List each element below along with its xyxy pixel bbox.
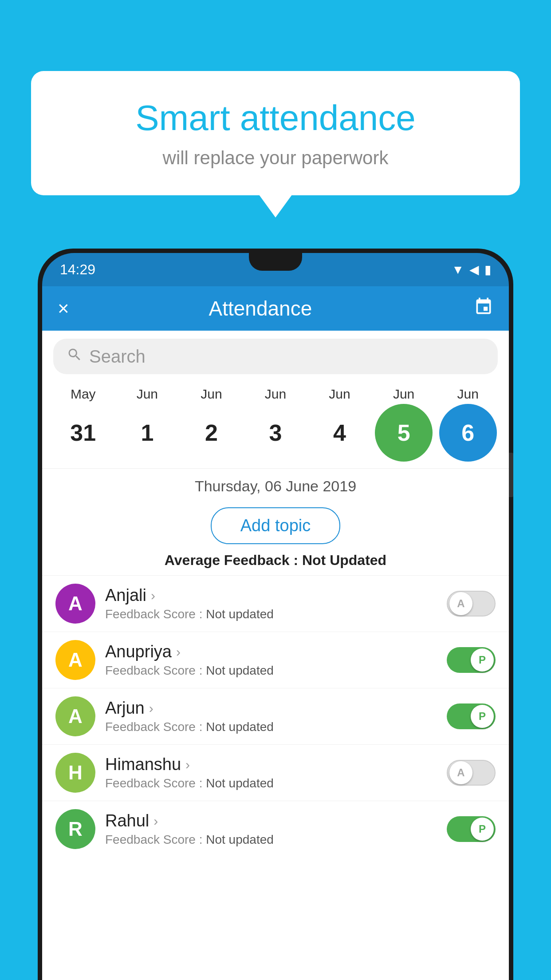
search-bar[interactable]: Search (53, 339, 498, 374)
date-item[interactable]: 31 (54, 404, 112, 462)
student-avatar: R (55, 809, 95, 849)
student-item: RRahul ›Feedback Score : Not updatedP (42, 801, 509, 857)
student-info: Rahul ›Feedback Score : Not updated (105, 811, 437, 847)
student-name[interactable]: Anjali › (105, 586, 437, 605)
avg-feedback-label: Average Feedback : (165, 552, 302, 568)
attendance-toggle[interactable]: P (447, 816, 496, 842)
student-feedback: Feedback Score : Not updated (105, 607, 437, 621)
attendance-toggle[interactable]: A (447, 760, 496, 786)
month-label: Jun (182, 387, 240, 402)
month-label: May (54, 387, 112, 402)
power-button (509, 453, 513, 497)
student-avatar: A (55, 640, 95, 680)
header-title: Attendance (69, 296, 452, 320)
student-item: AAnjali ›Feedback Score : Not updatedA (42, 575, 509, 632)
chevron-right-icon: › (176, 644, 181, 660)
student-name[interactable]: Anupriya › (105, 642, 437, 661)
search-icon (67, 347, 83, 367)
chevron-right-icon: › (151, 588, 155, 603)
student-info: Himanshu ›Feedback Score : Not updated (105, 755, 437, 790)
avg-feedback-value: Not Updated (302, 552, 386, 568)
phone-frame: 14:29 ▼ ◀ ▮ × Attendance (38, 249, 513, 980)
bubble-subtitle: will replace your paperwork (67, 147, 484, 169)
date-item[interactable]: 4 (311, 404, 369, 462)
chevron-right-icon: › (149, 701, 153, 716)
phone-screen: Search MayJunJunJunJunJunJun 31123456 Th… (42, 331, 509, 980)
student-feedback: Feedback Score : Not updated (105, 776, 437, 790)
student-feedback: Feedback Score : Not updated (105, 833, 437, 847)
add-topic-button[interactable]: Add topic (211, 507, 340, 544)
selected-date: Thursday, 06 June 2019 (42, 468, 509, 499)
student-avatar: A (55, 584, 95, 624)
close-button[interactable]: × (58, 297, 69, 320)
student-info: Anupriya ›Feedback Score : Not updated (105, 642, 437, 678)
student-name[interactable]: Rahul › (105, 811, 437, 830)
speech-bubble: Smart attendance will replace your paper… (31, 71, 520, 195)
app-header: × Attendance (42, 286, 509, 331)
month-label: Jun (439, 387, 497, 402)
bubble-title: Smart attendance (67, 98, 484, 138)
status-icons: ▼ ◀ ▮ (452, 262, 491, 277)
status-time: 14:29 (60, 261, 95, 278)
month-label: Jun (375, 387, 433, 402)
student-item: HHimanshu ›Feedback Score : Not updatedA (42, 744, 509, 801)
search-container: Search (42, 331, 509, 382)
wifi-icon: ▼ (452, 263, 464, 277)
chevron-right-icon: › (185, 757, 190, 772)
date-item[interactable]: 3 (247, 404, 304, 462)
phone-inner: 14:29 ▼ ◀ ▮ × Attendance (42, 253, 509, 980)
attendance-toggle[interactable]: A (447, 591, 496, 616)
chevron-right-icon: › (153, 814, 158, 829)
student-name[interactable]: Arjun › (105, 699, 437, 718)
calendar-strip: MayJunJunJunJunJunJun 31123456 (42, 382, 509, 468)
date-item[interactable]: 1 (118, 404, 176, 462)
student-info: Anjali ›Feedback Score : Not updated (105, 586, 437, 621)
student-avatar: A (55, 696, 95, 736)
month-label: Jun (118, 387, 176, 402)
speech-bubble-container: Smart attendance will replace your paper… (31, 71, 520, 195)
signal-icon: ◀ (469, 262, 479, 277)
student-info: Arjun ›Feedback Score : Not updated (105, 699, 437, 734)
student-feedback: Feedback Score : Not updated (105, 664, 437, 678)
status-bar: 14:29 ▼ ◀ ▮ (42, 253, 509, 286)
dates-row: 31123456 (51, 404, 500, 468)
student-item: AArjun ›Feedback Score : Not updatedP (42, 688, 509, 744)
student-item: AAnupriya ›Feedback Score : Not updatedP (42, 632, 509, 688)
add-topic-container: Add topic (42, 499, 509, 552)
date-item[interactable]: 5 (375, 404, 433, 462)
calendar-icon[interactable] (474, 297, 493, 320)
average-feedback: Average Feedback : Not Updated (42, 552, 509, 575)
month-label: Jun (311, 387, 369, 402)
attendance-toggle[interactable]: P (447, 703, 496, 729)
date-item[interactable]: 2 (182, 404, 240, 462)
student-feedback: Feedback Score : Not updated (105, 720, 437, 734)
student-name[interactable]: Himanshu › (105, 755, 437, 774)
battery-icon: ▮ (484, 262, 491, 277)
month-label: Jun (247, 387, 304, 402)
search-placeholder: Search (89, 347, 146, 367)
student-list: AAnjali ›Feedback Score : Not updatedAAA… (42, 575, 509, 857)
date-item[interactable]: 6 (439, 404, 497, 462)
months-row: MayJunJunJunJunJunJun (51, 387, 500, 404)
attendance-toggle[interactable]: P (447, 647, 496, 673)
student-avatar: H (55, 753, 95, 793)
